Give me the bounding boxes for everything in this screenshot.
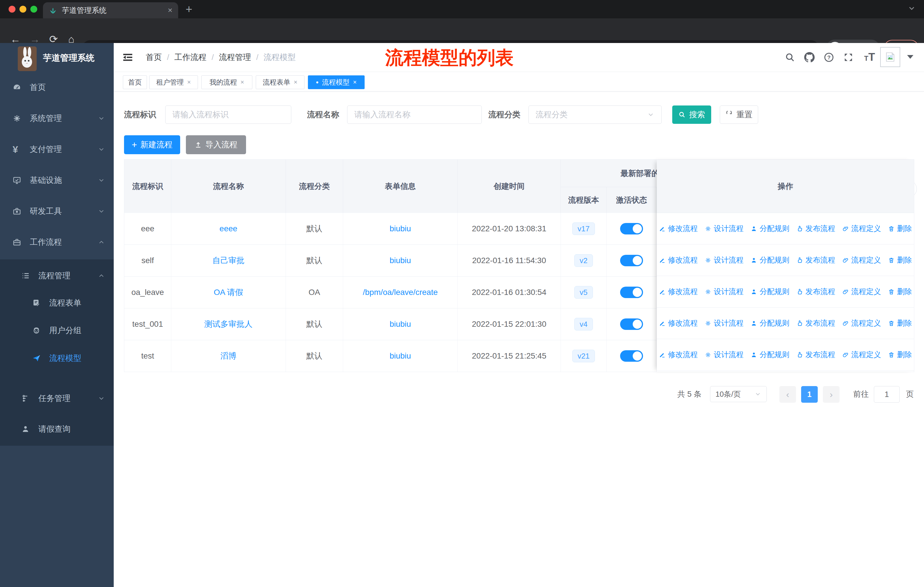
avatar-dropdown-caret-icon[interactable] xyxy=(907,55,913,59)
form-link[interactable]: biubiu xyxy=(389,319,411,329)
action-assign-rule[interactable]: 分配规则 xyxy=(751,287,789,297)
action-edit-process[interactable]: 修改流程 xyxy=(659,350,698,360)
version-badge[interactable]: v21 xyxy=(572,350,595,362)
maximize-window-button[interactable] xyxy=(30,6,37,13)
form-link[interactable]: /bpm/oa/leave/create xyxy=(363,288,438,297)
process-name-link[interactable]: 滔博 xyxy=(221,351,237,361)
tag-home[interactable]: 首页 xyxy=(123,75,147,89)
sidebar-item-system[interactable]: 系统管理 xyxy=(0,105,114,132)
action-publish-process[interactable]: 发布流程 xyxy=(796,350,835,360)
process-name-link[interactable]: 自己审批 xyxy=(213,255,244,266)
action-design-process[interactable]: 设计流程 xyxy=(705,318,744,328)
close-window-button[interactable] xyxy=(8,6,15,13)
filter-category-select[interactable]: 流程分类 xyxy=(528,106,662,124)
fullscreen-icon[interactable] xyxy=(843,52,854,63)
action-design-process[interactable]: 设计流程 xyxy=(705,223,744,233)
action-publish-process[interactable]: 发布流程 xyxy=(796,223,835,233)
active-toggle[interactable] xyxy=(620,318,643,330)
pagination-prev-button[interactable]: ‹ xyxy=(779,386,796,403)
action-delete[interactable]: 删除 xyxy=(888,287,912,297)
sidebar-item-task-mgmt[interactable]: 任务管理 xyxy=(0,385,114,412)
action-process-definition[interactable]: 流程定义 xyxy=(842,350,881,360)
active-toggle[interactable] xyxy=(620,255,643,266)
sidebar-collapse-icon[interactable] xyxy=(122,51,134,63)
process-name-link[interactable]: eeee xyxy=(219,224,237,233)
action-assign-rule[interactable]: 分配规则 xyxy=(751,255,789,265)
tag-process-model-active[interactable]: ● 流程模型 × xyxy=(308,75,365,89)
tag-close-icon[interactable]: × xyxy=(294,79,298,86)
tab-search-chevron-icon[interactable] xyxy=(908,4,916,13)
action-assign-rule[interactable]: 分配规则 xyxy=(751,223,789,233)
tag-my-process[interactable]: 我的流程 × xyxy=(201,75,252,89)
sidebar-item-leave-query[interactable]: 请假查询 xyxy=(0,415,114,443)
action-delete[interactable]: 删除 xyxy=(888,350,912,360)
pagination-next-button[interactable]: › xyxy=(823,386,840,403)
minimize-window-button[interactable] xyxy=(20,6,26,13)
pagination-goto-input[interactable] xyxy=(874,386,900,403)
github-icon[interactable] xyxy=(804,52,815,63)
action-edit-process[interactable]: 修改流程 xyxy=(659,255,698,265)
breadcrumb-item[interactable]: 首页 xyxy=(146,52,162,63)
version-badge[interactable]: v4 xyxy=(574,318,593,331)
sidebar-item-process-form[interactable]: 流程表单 xyxy=(0,289,114,317)
form-link[interactable]: biubiu xyxy=(389,351,411,360)
tag-close-icon[interactable]: × xyxy=(241,79,244,86)
import-process-button[interactable]: 导入流程 xyxy=(186,135,246,154)
new-tab-button[interactable]: + xyxy=(186,3,192,16)
breadcrumb-item[interactable]: 工作流程 xyxy=(175,52,206,63)
action-design-process[interactable]: 设计流程 xyxy=(705,255,744,265)
version-badge[interactable]: v2 xyxy=(574,254,593,267)
action-design-process[interactable]: 设计流程 xyxy=(705,287,744,297)
action-publish-process[interactable]: 发布流程 xyxy=(796,287,835,297)
pagination-page-1[interactable]: 1 xyxy=(801,386,818,403)
reset-button[interactable]: 重置 xyxy=(720,106,758,124)
tag-process-form[interactable]: 流程表单 × xyxy=(256,75,304,89)
action-delete[interactable]: 删除 xyxy=(888,255,912,265)
action-assign-rule[interactable]: 分配规则 xyxy=(751,350,789,360)
sidebar-item-process-model[interactable]: 流程模型 xyxy=(0,344,114,372)
font-size-icon[interactable]: TT xyxy=(864,51,875,63)
tag-close-icon[interactable]: × xyxy=(187,79,191,86)
action-process-definition[interactable]: 流程定义 xyxy=(842,287,881,297)
action-edit-process[interactable]: 修改流程 xyxy=(659,223,698,233)
action-design-process[interactable]: 设计流程 xyxy=(705,350,744,360)
sidebar-item-workflow[interactable]: 工作流程 xyxy=(0,228,114,256)
sidebar-item-infrastructure[interactable]: 基础设施 xyxy=(0,167,114,194)
sidebar-item-home[interactable]: 首页 xyxy=(0,74,114,101)
filter-key-input[interactable] xyxy=(165,106,291,124)
action-publish-process[interactable]: 发布流程 xyxy=(796,318,835,328)
create-process-button[interactable]: + 新建流程 xyxy=(124,135,180,154)
browser-tab[interactable]: 芋道管理系统 × xyxy=(43,2,178,18)
sidebar-logo[interactable]: 芋道管理系统 xyxy=(0,43,114,73)
action-assign-rule[interactable]: 分配规则 xyxy=(751,318,789,328)
process-name-link[interactable]: 测试多审批人 xyxy=(205,319,252,330)
sidebar-item-devtools[interactable]: 研发工具 xyxy=(0,197,114,225)
action-edit-process[interactable]: 修改流程 xyxy=(659,318,698,328)
action-publish-process[interactable]: 发布流程 xyxy=(796,255,835,265)
action-delete[interactable]: 删除 xyxy=(888,318,912,328)
search-button[interactable]: 搜索 xyxy=(672,106,711,124)
form-link[interactable]: biubiu xyxy=(389,224,411,233)
avatar[interactable] xyxy=(880,47,900,67)
tag-tenant[interactable]: 租户管理 × xyxy=(149,75,198,89)
filter-name-input[interactable] xyxy=(347,106,482,124)
form-link[interactable]: biubiu xyxy=(389,256,411,265)
breadcrumb-item[interactable]: 流程管理 xyxy=(219,52,251,63)
action-delete[interactable]: 删除 xyxy=(888,223,912,233)
action-process-definition[interactable]: 流程定义 xyxy=(842,318,881,328)
page-size-select[interactable]: 10条/页 xyxy=(710,386,767,402)
action-process-definition[interactable]: 流程定义 xyxy=(842,255,881,265)
active-toggle[interactable] xyxy=(620,223,643,235)
help-icon[interactable]: ? xyxy=(823,52,834,63)
sidebar-item-user-group[interactable]: 用户分组 xyxy=(0,317,114,344)
action-process-definition[interactable]: 流程定义 xyxy=(842,223,881,233)
sidebar-item-process-mgmt[interactable]: 流程管理 xyxy=(0,262,114,289)
search-icon[interactable] xyxy=(784,52,795,63)
tab-close-icon[interactable]: × xyxy=(168,6,172,14)
version-badge[interactable]: v17 xyxy=(572,222,595,235)
tag-close-icon[interactable]: × xyxy=(353,79,356,86)
active-toggle[interactable] xyxy=(620,287,643,298)
process-name-link[interactable]: OA 请假 xyxy=(214,287,243,298)
sidebar-item-payment[interactable]: ¥ 支付管理 xyxy=(0,136,114,163)
action-edit-process[interactable]: 修改流程 xyxy=(659,287,698,297)
